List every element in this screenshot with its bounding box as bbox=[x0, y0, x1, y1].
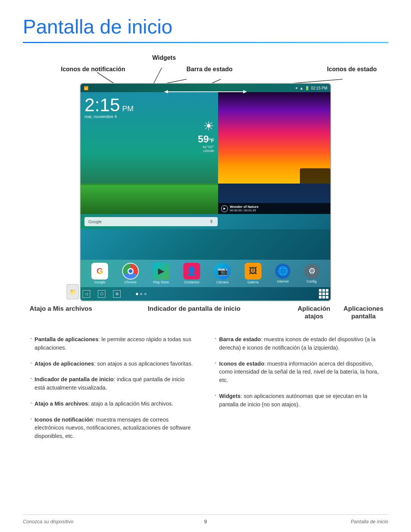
apps-grid-button[interactable] bbox=[319, 289, 328, 299]
footer-left: Conozca su dispositivo bbox=[23, 519, 73, 524]
video-player-bar: ▶ Wonder of Nature 00:00:00 / 00:01:45 bbox=[218, 203, 330, 214]
bullet-atajo-archivos: • Atajo a Mis archivos: atajo a la aplic… bbox=[30, 400, 196, 408]
bullet-widgets: • Widgets: son aplicaciones autónomas qu… bbox=[215, 392, 381, 409]
label-aplicaciones-pantalla: Aplicacionespantalla bbox=[339, 305, 388, 320]
google-search-label: Google bbox=[88, 219, 102, 224]
screen-right-panel: ▶ Wonder of Nature 00:00:00 / 00:01:45 bbox=[218, 92, 330, 214]
microphone-icon[interactable]: 🎙 bbox=[209, 219, 214, 224]
recent-button[interactable]: ⧉ bbox=[113, 290, 121, 298]
bullet-text-3: Indicador de pantalla de inicio: indica … bbox=[35, 375, 196, 392]
gallery-icon: 🖼 bbox=[245, 263, 261, 280]
grass-bg bbox=[81, 184, 218, 214]
app-camera-label: Cámara bbox=[216, 280, 228, 284]
play-button[interactable]: ▶ bbox=[221, 205, 228, 212]
bullets-right-col: • Barra de estado: muestra iconos de est… bbox=[215, 335, 381, 448]
footer-right: Pantalla de inicio bbox=[351, 519, 388, 524]
app-settings-label: Config. bbox=[306, 280, 317, 283]
app-internet[interactable]: 🌐 Internet bbox=[275, 264, 290, 283]
page-indicators bbox=[136, 293, 147, 295]
phone-screen: 📶 ✦ ▲ 🔋 02:15 PM bbox=[80, 83, 331, 301]
car-silhouette bbox=[300, 168, 330, 184]
screen-left-panel: 2:15 PM mar, noviembre 4 ☀ 59°F 61°/37° bbox=[81, 92, 218, 214]
app-gallery[interactable]: 🖼 Galería bbox=[245, 263, 261, 284]
page-title: Pantalla de inicio bbox=[23, 15, 388, 38]
camera-icon: 📷 bbox=[214, 263, 231, 280]
app-playstore-label: Play Store bbox=[153, 280, 169, 284]
app-google-label: Google bbox=[94, 280, 105, 284]
clock-display: 2:15 PM bbox=[84, 96, 214, 114]
playstore-icon: ▶ bbox=[153, 263, 169, 280]
label-indicador-pantalla: Indicador de pantalla de inicio bbox=[99, 305, 289, 320]
settings-icon: ⚙ bbox=[304, 264, 320, 279]
app-contacts-label: Contactos bbox=[184, 280, 199, 284]
notification-icons: 📶 bbox=[84, 86, 88, 90]
weather-widget: ☀ 59°F 61°/37° Lincoln bbox=[198, 119, 214, 153]
phone-mockup: 📶 ✦ ▲ 🔋 02:15 PM bbox=[80, 83, 331, 301]
polygon-background bbox=[81, 229, 330, 260]
google-icon: G bbox=[91, 263, 108, 280]
video-title: Wonder of Nature bbox=[230, 205, 258, 209]
screen-main: 2:15 PM mar, noviembre 4 ☀ 59°F 61°/37° bbox=[81, 92, 330, 214]
sun-icon: ☀ bbox=[198, 119, 214, 133]
bullet-pantalla-aplicaciones: • Pantalla de aplicaciones: le permite a… bbox=[30, 335, 196, 352]
app-settings[interactable]: ⚙ Config. bbox=[304, 264, 320, 283]
status-bar: 📶 ✦ ▲ 🔋 02:15 PM bbox=[81, 84, 330, 92]
bullets-section: • Pantalla de aplicaciones: le permite a… bbox=[23, 335, 388, 448]
app-google[interactable]: G Google bbox=[91, 263, 108, 284]
label-barra-estado: Barra de estado bbox=[186, 66, 233, 73]
app-camera[interactable]: 📷 Cámara bbox=[214, 263, 231, 284]
google-search-bar[interactable]: Google 🎙 bbox=[84, 217, 218, 226]
bullet-text-6: Barra de estado: muestra iconos de estad… bbox=[219, 335, 381, 352]
file-shortcut-icon: 📁 bbox=[67, 284, 79, 299]
network-icon: ▲ bbox=[299, 86, 303, 90]
temperature-display: 59°F bbox=[198, 133, 214, 145]
bullet-text-1: Pantalla de aplicaciones: le permite acc… bbox=[35, 335, 196, 352]
bullet-text-7: Iconos de estado: muestra información ac… bbox=[219, 360, 381, 385]
video-time: 00:00:00 / 00:01:45 bbox=[230, 209, 258, 212]
bullet-barra-estado: • Barra de estado: muestra iconos de est… bbox=[215, 335, 381, 352]
bullet-iconos-notificacion: • Iconos de notificación: muestra mensaj… bbox=[30, 416, 196, 441]
home-button[interactable]: ⬡ bbox=[98, 290, 105, 298]
app-internet-label: Internet bbox=[277, 280, 289, 283]
barra-arrows: ◀ ▶ bbox=[164, 91, 247, 92]
back-button[interactable]: ◁ bbox=[83, 290, 90, 298]
search-bar-area: Google 🎙 bbox=[81, 214, 330, 229]
bullet-text-4: Atajo a Mis archivos: atajo a la aplicac… bbox=[35, 400, 173, 408]
bullet-dot-5: • bbox=[30, 417, 32, 441]
contacts-icon: 👤 bbox=[183, 263, 200, 280]
phone-nav-bar: ◁ ⬡ ⧉ bbox=[81, 287, 330, 300]
label-iconos-estado: Iconos de estado bbox=[327, 66, 377, 73]
internet-icon: 🌐 bbox=[275, 264, 290, 279]
status-icons: ✦ ▲ 🔋 02:15 PM bbox=[295, 86, 327, 90]
bullet-atajos-aplicaciones: • Atajos de aplicaciones: son atajos a s… bbox=[30, 360, 196, 368]
location-label: Lincoln bbox=[198, 149, 214, 153]
wifi-icon: ✦ bbox=[295, 86, 298, 90]
label-aplicacion-atajos: Aplicaciónatajos bbox=[289, 305, 339, 320]
page-footer: Conozca su dispositivo 9 Pantalla de ini… bbox=[23, 514, 388, 524]
label-widgets: Widgets bbox=[152, 54, 176, 61]
bullets-left-col: • Pantalla de aplicaciones: le permite a… bbox=[30, 335, 196, 448]
battery-icon: 🔋 bbox=[305, 86, 309, 90]
label-iconos-notificacion: Iconos de notificación bbox=[61, 66, 125, 73]
app-contacts[interactable]: 👤 Contactos bbox=[183, 263, 200, 284]
bullet-dot-1: • bbox=[30, 336, 32, 352]
sunset-image bbox=[218, 92, 330, 184]
video-info: Wonder of Nature 00:00:00 / 00:01:45 bbox=[230, 205, 258, 212]
clock-widget: 2:15 PM mar, noviembre 4 bbox=[84, 96, 214, 119]
title-divider bbox=[23, 42, 388, 43]
bullet-text-5: Iconos de notificación: muestra mensajes… bbox=[35, 416, 196, 441]
bullet-dot-8: • bbox=[215, 393, 216, 409]
date-display: mar, noviembre 4 bbox=[84, 114, 214, 119]
footer-page-number: 9 bbox=[204, 519, 207, 524]
bullet-dot-3: • bbox=[30, 376, 32, 392]
app-dock: G Google Chrome bbox=[81, 260, 330, 287]
chrome-icon bbox=[122, 263, 139, 280]
app-chrome[interactable]: Chrome bbox=[122, 263, 139, 284]
bullet-dot-7: • bbox=[215, 361, 216, 385]
app-playstore[interactable]: ▶ Play Store bbox=[153, 263, 169, 284]
temp-hi-lo: 61°/37° bbox=[198, 145, 214, 149]
bullet-text-2: Atajos de aplicaciones: son atajos a sus… bbox=[35, 360, 193, 368]
app-chrome-label: Chrome bbox=[124, 280, 137, 284]
clock-status: 02:15 PM bbox=[311, 86, 327, 90]
bullet-dot-2: • bbox=[30, 361, 32, 368]
